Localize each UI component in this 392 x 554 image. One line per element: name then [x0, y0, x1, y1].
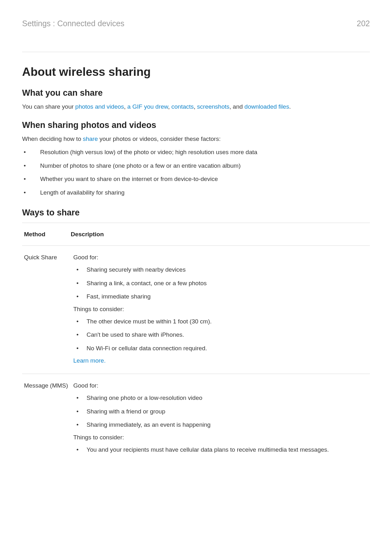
text-fragment: , and	[229, 103, 244, 110]
list-item: Sharing immediately, as an event is happ…	[73, 420, 368, 430]
table-header-description: Description	[71, 231, 368, 238]
list-item: Resolution (high versus low) of the phot…	[22, 148, 370, 157]
link-gif[interactable]: a GIF you drew	[127, 103, 168, 110]
things-to-consider-label: Things to consider:	[73, 306, 368, 313]
link-learn-more[interactable]: Learn more.	[73, 357, 368, 364]
page-header: Settings : Connected devices 202	[22, 19, 370, 39]
consider-list: You and your recipients must have cellul…	[73, 445, 368, 455]
text-fragment: your photos or videos, consider these fa…	[98, 135, 221, 142]
ways-to-share-table: Method Description Quick Share Good for:…	[22, 223, 370, 468]
page-number: 202	[357, 19, 370, 28]
description-cell-quick-share: Good for: Sharing securely with nearby d…	[71, 251, 368, 367]
text-fragment: When deciding how to	[22, 135, 83, 142]
intro-what-you-can-share: You can share your photos and videos, a …	[22, 102, 370, 111]
section-heading-when-sharing: When sharing photos and videos	[22, 120, 370, 130]
list-item: Number of photos to share (one photo or …	[22, 161, 370, 171]
list-item: Length of availability for sharing	[22, 188, 370, 197]
list-item: No Wi-Fi or cellular data connection req…	[73, 344, 368, 353]
breadcrumb: Settings : Connected devices	[22, 19, 124, 28]
link-share[interactable]: share	[83, 135, 98, 142]
intro-when-sharing: When deciding how to share your photos o…	[22, 135, 370, 144]
text-fragment: ,	[194, 103, 197, 110]
good-for-label: Good for:	[73, 382, 368, 389]
section-heading-what-you-can-share: What you can share	[22, 88, 370, 98]
header-divider	[22, 52, 370, 52]
list-item: Sharing securely with nearby devices	[73, 265, 368, 274]
consider-list: The other device must be within 1 foot (…	[73, 317, 368, 353]
list-item: Can't be used to share with iPhones.	[73, 330, 368, 340]
list-item: Sharing with a friend or group	[73, 407, 368, 416]
good-for-list: Sharing securely with nearby devices Sha…	[73, 265, 368, 301]
things-to-consider-label: Things to consider:	[73, 434, 368, 441]
factors-list: Resolution (high versus low) of the phot…	[22, 148, 370, 197]
table-row: Message (MMS) Good for: Sharing one phot…	[22, 374, 370, 468]
list-item: Sharing one photo or a low-resolution vi…	[73, 394, 368, 403]
method-cell-quick-share: Quick Share	[24, 251, 71, 367]
table-header-method: Method	[24, 231, 71, 238]
list-item: You and your recipients must have cellul…	[73, 445, 368, 455]
text-fragment: ,	[168, 103, 172, 110]
link-screenshots[interactable]: screenshots	[197, 103, 229, 110]
page-title: About wireless sharing	[22, 65, 370, 79]
list-item: Sharing a link, a contact, one or a few …	[73, 279, 368, 288]
list-item: Whether you want to share on the interne…	[22, 175, 370, 184]
text-fragment: ,	[124, 103, 128, 110]
good-for-label: Good for:	[73, 254, 368, 261]
section-heading-ways-to-share: Ways to share	[22, 208, 370, 218]
link-downloaded-files[interactable]: downloaded files	[244, 103, 289, 110]
table-row: Quick Share Good for: Sharing securely w…	[22, 246, 370, 374]
text-fragment: You can share your	[22, 103, 75, 110]
list-item: The other device must be within 1 foot (…	[73, 317, 368, 326]
text-fragment: .	[289, 103, 291, 110]
list-item: Fast, immediate sharing	[73, 292, 368, 301]
table-header-row: Method Description	[22, 223, 370, 245]
good-for-list: Sharing one photo or a low-resolution vi…	[73, 394, 368, 430]
link-contacts[interactable]: contacts	[172, 103, 194, 110]
method-cell-message-mms: Message (MMS)	[24, 380, 71, 461]
link-photos-videos[interactable]: photos and videos	[75, 103, 124, 110]
description-cell-message-mms: Good for: Sharing one photo or a low-res…	[71, 380, 368, 461]
